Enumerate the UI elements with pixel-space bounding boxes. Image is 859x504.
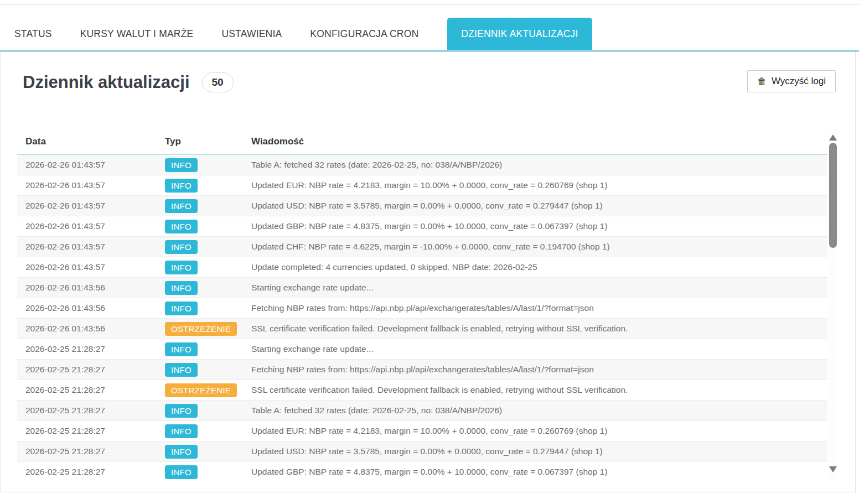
- table-row: 2026-02-25 21:28:27 OSTRZEŻENIE SSL cert…: [17, 380, 827, 401]
- trash-icon: 🗑: [757, 77, 767, 86]
- log-type-cell: INFO: [157, 175, 243, 196]
- table-row: 2026-02-26 01:43:57 INFO Updated EUR: NB…: [17, 175, 827, 196]
- log-date: 2026-02-26 01:43:57: [17, 216, 157, 237]
- log-message: SSL certificate verification failed. Dev…: [243, 319, 827, 339]
- log-type-badge: INFO: [165, 445, 198, 459]
- clear-logs-label: Wyczyść logi: [772, 76, 826, 87]
- log-count-badge: 50: [202, 72, 234, 92]
- log-type-badge: INFO: [165, 281, 198, 295]
- scrollbar-down-arrow-icon[interactable]: [829, 466, 837, 472]
- log-type-badge: INFO: [165, 220, 198, 233]
- log-type-cell: INFO: [157, 216, 243, 237]
- log-type-cell: INFO: [157, 278, 243, 298]
- log-type-cell: INFO: [157, 462, 243, 480]
- log-type-badge: INFO: [165, 199, 198, 213]
- log-date: 2026-02-25 21:28:27: [17, 339, 157, 360]
- log-message: Fetching NBP rates from: https://api.nbp…: [243, 360, 827, 380]
- tab-dziennik-aktualizacji[interactable]: DZIENNIK AKTUALIZACJI: [447, 18, 592, 50]
- log-type-badge: INFO: [165, 179, 198, 193]
- log-date: 2026-02-25 21:28:27: [17, 421, 157, 441]
- log-type-badge: INFO: [165, 342, 198, 356]
- log-message: Updated GBP: NBP rate = 4.8375, margin =…: [243, 216, 827, 237]
- log-type-cell: INFO: [157, 196, 243, 216]
- log-type-cell: INFO: [157, 257, 243, 278]
- log-type-cell: INFO: [157, 360, 243, 380]
- log-date: 2026-02-26 01:43:57: [17, 196, 157, 216]
- log-type-badge: INFO: [165, 261, 198, 274]
- log-message: Updated USD: NBP rate = 3.5785, margin =…: [243, 196, 827, 216]
- tab-kursy-walut-i-marze[interactable]: KURSY WALUT I MARŻE: [66, 18, 208, 50]
- vertical-scrollbar[interactable]: [829, 131, 837, 480]
- log-message: Updated EUR: NBP rate = 4.2183, margin =…: [243, 175, 827, 196]
- table-row: 2026-02-25 21:28:27 INFO Fetching NBP ra…: [17, 360, 827, 380]
- log-date: 2026-02-25 21:28:27: [17, 462, 157, 480]
- tab-ustawienia[interactable]: USTAWIENIA: [208, 18, 296, 50]
- log-message: Update completed: 4 currencies updated, …: [243, 257, 827, 278]
- log-type-cell: INFO: [157, 401, 243, 421]
- log-message: Fetching NBP rates from: https://api.nbp…: [243, 298, 827, 319]
- log-table-area: Data Typ Wiadomość 2026-02-26 01:43:57 I…: [17, 131, 837, 480]
- log-date: 2026-02-26 01:43:57: [17, 175, 157, 196]
- table-row: 2026-02-25 21:28:27 INFO Table A: fetche…: [17, 401, 827, 421]
- table-row: 2026-02-26 01:43:57 INFO Updated CHF: NB…: [17, 237, 827, 257]
- scrollbar-up-arrow-icon[interactable]: [829, 134, 837, 141]
- log-message: Starting exchange rate update...: [243, 278, 827, 298]
- table-row: 2026-02-25 21:28:27 INFO Updated EUR: NB…: [17, 421, 827, 441]
- log-date: 2026-02-25 21:28:27: [17, 360, 157, 380]
- log-table: Data Typ Wiadomość 2026-02-26 01:43:57 I…: [17, 131, 827, 480]
- log-date: 2026-02-26 01:43:57: [17, 257, 157, 278]
- log-date: 2026-02-25 21:28:27: [17, 380, 157, 401]
- log-type-cell: INFO: [157, 339, 243, 360]
- log-date: 2026-02-26 01:43:56: [17, 319, 157, 339]
- log-message: Updated GBP: NBP rate = 4.8375, margin =…: [243, 462, 827, 480]
- log-type-badge: INFO: [165, 158, 198, 172]
- log-date: 2026-02-26 01:43:57: [17, 155, 157, 175]
- table-row: 2026-02-25 21:28:27 INFO Updated USD: NB…: [17, 441, 827, 462]
- log-type-badge: INFO: [165, 404, 198, 418]
- log-type-cell: INFO: [157, 237, 243, 257]
- column-header-wiadomosc: Wiadomość: [243, 131, 827, 155]
- log-message: SSL certificate verification failed. Dev…: [243, 380, 827, 401]
- log-type-badge: INFO: [165, 424, 198, 438]
- column-header-typ: Typ: [157, 131, 243, 155]
- log-date: 2026-02-25 21:28:27: [17, 441, 157, 462]
- table-header-row: Data Typ Wiadomość: [17, 131, 827, 155]
- log-type-cell: OSTRZEŻENIE: [157, 380, 243, 401]
- table-row: 2026-02-26 01:43:57 INFO Updated USD: NB…: [17, 196, 827, 216]
- log-panel: Dziennik aktualizacji 50 🗑 Wyczyść logi …: [0, 52, 856, 492]
- scrollbar-thumb[interactable]: [829, 143, 837, 248]
- table-row: 2026-02-25 21:28:27 INFO Starting exchan…: [17, 339, 827, 360]
- column-header-data: Data: [17, 131, 157, 155]
- log-message: Starting exchange rate update...: [243, 339, 827, 360]
- table-row: 2026-02-26 01:43:56 INFO Fetching NBP ra…: [17, 298, 827, 319]
- log-type-badge: INFO: [165, 240, 198, 254]
- log-type-badge: OSTRZEŻENIE: [165, 322, 237, 336]
- page-title: Dziennik aktualizacji: [23, 70, 190, 95]
- tab-status[interactable]: STATUS: [1, 18, 66, 50]
- panel-header: Dziennik aktualizacji 50: [1, 52, 855, 95]
- log-message: Updated CHF: NBP rate = 4.6225, margin =…: [243, 237, 827, 257]
- top-divider: [0, 4, 859, 5]
- table-row: 2026-02-26 01:43:57 INFO Update complete…: [17, 257, 827, 278]
- log-type-cell: OSTRZEŻENIE: [157, 319, 243, 339]
- table-row: 2026-02-26 01:43:57 INFO Updated GBP: NB…: [17, 216, 827, 237]
- log-type-cell: INFO: [157, 421, 243, 441]
- log-type-badge: OSTRZEŻENIE: [165, 383, 237, 397]
- table-row: 2026-02-26 01:43:56 INFO Starting exchan…: [17, 278, 827, 298]
- log-date: 2026-02-26 01:43:57: [17, 237, 157, 257]
- log-type-badge: INFO: [165, 465, 198, 479]
- clear-logs-button[interactable]: 🗑 Wyczyść logi: [747, 70, 836, 92]
- log-type-cell: INFO: [157, 298, 243, 319]
- log-message: Table A: fetched 32 rates (date: 2026-02…: [243, 155, 827, 175]
- tab-konfiguracja-cron[interactable]: KONFIGURACJA CRON: [296, 18, 432, 50]
- tab-bar: STATUS KURSY WALUT I MARŻE USTAWIENIA KO…: [0, 18, 859, 52]
- top-gap: [0, 0, 859, 4]
- log-message: Updated EUR: NBP rate = 4.2183, margin =…: [243, 421, 827, 441]
- table-row: 2026-02-26 01:43:56 OSTRZEŻENIE SSL cert…: [17, 319, 827, 339]
- log-message: Updated USD: NBP rate = 3.5785, margin =…: [243, 441, 827, 462]
- log-type-badge: INFO: [165, 363, 198, 377]
- log-date: 2026-02-25 21:28:27: [17, 401, 157, 421]
- table-row: 2026-02-26 01:43:57 INFO Table A: fetche…: [17, 155, 827, 175]
- log-message: Table A: fetched 32 rates (date: 2026-02…: [243, 401, 827, 421]
- table-row: 2026-02-25 21:28:27 INFO Updated GBP: NB…: [17, 462, 827, 480]
